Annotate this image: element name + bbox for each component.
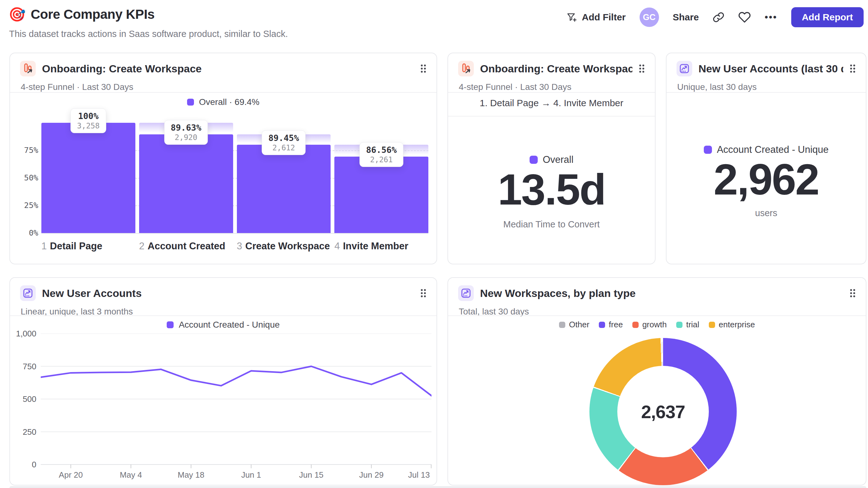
- x-tick-label: May 18: [178, 470, 204, 480]
- funnel-value-tooltip: 86.56%2,261: [360, 142, 403, 167]
- step-name: Create Workspace: [245, 240, 330, 252]
- funnel-legend[interactable]: Overall · 69.4%: [10, 97, 436, 107]
- x-tick-label: May 4: [120, 470, 142, 480]
- x-axis-line: [41, 233, 428, 234]
- legend-label: enterprise: [719, 320, 755, 329]
- insights-report-icon: [458, 285, 474, 301]
- y-tick-label: 500: [14, 394, 36, 404]
- donut-chart[interactable]: 2,637: [589, 338, 737, 485]
- line-chart-svg: [41, 333, 432, 469]
- y-tick-label: 750: [14, 362, 36, 371]
- funnel-bar-detail-page[interactable]: [41, 123, 135, 233]
- copy-link-icon[interactable]: [713, 11, 724, 23]
- step-number: 3: [237, 240, 242, 252]
- legend-item-growth[interactable]: growth: [632, 320, 667, 329]
- step-name: Detail Page: [50, 240, 102, 252]
- favorite-heart-icon[interactable]: [738, 11, 751, 24]
- funnel-plot: 100%3,25889.63%2,92089.45%2,61286.56%2,2…: [41, 123, 428, 233]
- step-name: Account Created: [148, 240, 225, 252]
- funnel-value-tooltip: 89.63%2,920: [164, 120, 208, 145]
- legend-label: free: [609, 320, 623, 329]
- metric-caption: Median Time to Convert: [503, 219, 600, 230]
- card-subtitle: 4-step Funnel · Last 30 Days: [459, 82, 571, 92]
- card-subtitle: Unique, last 30 days: [677, 82, 757, 92]
- trend-line[interactable]: [41, 366, 432, 396]
- legend-item-other[interactable]: Other: [559, 320, 589, 329]
- legend-swatch: [599, 322, 605, 328]
- legend-swatch: [559, 322, 565, 328]
- divider: [448, 316, 866, 316]
- page-subtitle: This dataset tracks actions in Saas soft…: [9, 29, 288, 39]
- funnel-bar-account-created[interactable]: [139, 134, 233, 233]
- funnel-step-label: 1Detail Page: [41, 240, 102, 252]
- y-tick-label: 0%: [18, 228, 38, 237]
- funnel-step-label: 2Account Created: [139, 240, 225, 252]
- step-number: 4: [334, 240, 340, 252]
- line-plot: [41, 333, 432, 464]
- legend-swatch: [704, 145, 712, 154]
- funnel-value-tooltip: 89.45%2,612: [262, 130, 306, 155]
- y-tick-label: 50%: [18, 173, 38, 182]
- conversion-count: 3,258: [77, 122, 100, 130]
- conversion-pct: 89.45%: [269, 133, 299, 143]
- metric-legend[interactable]: Account Created - Unique: [704, 144, 829, 155]
- y-tick-label: 250: [14, 427, 36, 437]
- insights-report-icon: [677, 61, 692, 76]
- drag-handle-icon[interactable]: [639, 63, 645, 74]
- conversion-count: 2,920: [171, 133, 202, 142]
- drag-handle-icon[interactable]: [420, 63, 427, 74]
- step-number: 2: [139, 240, 145, 252]
- metric-legend[interactable]: Overall: [530, 154, 574, 165]
- filter-plus-icon: [566, 11, 578, 23]
- x-tick-label: Jun 15: [299, 470, 323, 480]
- divider: [666, 92, 866, 93]
- add-report-button[interactable]: Add Report: [791, 7, 864, 27]
- share-button[interactable]: Share: [673, 12, 699, 23]
- x-tick-label: Jun 1: [241, 470, 261, 480]
- divider: [448, 92, 655, 93]
- y-tick-label: 1,000: [14, 329, 36, 338]
- legend-item-free[interactable]: free: [599, 320, 623, 329]
- conversion-pct: 86.56%: [366, 145, 397, 155]
- divider: [10, 92, 436, 93]
- add-filter-button[interactable]: Add Filter: [566, 11, 626, 23]
- divider: [10, 316, 436, 316]
- divider: [448, 116, 655, 117]
- legend-item-enterprise[interactable]: enterprise: [709, 320, 755, 329]
- workspaces-by-plan-card: New Workspaces, by plan type Total, last…: [447, 277, 866, 486]
- step-name: Invite Member: [343, 240, 408, 252]
- drag-handle-icon[interactable]: [420, 288, 427, 298]
- y-tick-label: 0: [14, 460, 36, 469]
- conversion-pct: 89.63%: [171, 123, 202, 132]
- more-options-button[interactable]: •••: [765, 12, 777, 23]
- legend-item-trial[interactable]: trial: [676, 320, 700, 329]
- legend-swatch: [709, 322, 715, 328]
- funnel-range-label: 1. Detail Page → 4. Invite Member: [448, 98, 655, 108]
- page-title: Core Company KPIs: [31, 7, 154, 22]
- conversion-count: 2,612: [269, 143, 299, 152]
- funnel-bar-invite-member[interactable]: [334, 157, 428, 233]
- dashboard-emoji-icon: 🎯: [8, 7, 26, 21]
- funnel-value-tooltip: 100%3,258: [70, 108, 106, 133]
- funnel-bar-create-workspace[interactable]: [237, 145, 331, 233]
- legend-swatch: [187, 99, 194, 105]
- drag-handle-icon[interactable]: [849, 288, 856, 298]
- conversion-count: 2,261: [366, 155, 397, 164]
- line-legend[interactable]: Account Created - Unique: [10, 320, 436, 330]
- funnel-report-icon: [458, 61, 474, 76]
- card-subtitle: 4-step Funnel · Last 30 Days: [21, 82, 133, 92]
- y-tick-label: 25%: [18, 201, 38, 210]
- funnel-step-label: 3Create Workspace: [237, 240, 330, 252]
- unique-users-value: 2,962: [714, 155, 818, 204]
- user-avatar[interactable]: GC: [640, 7, 659, 27]
- metric-caption: users: [755, 208, 777, 218]
- card-title: Onboarding: Create Workspace: [42, 63, 414, 75]
- insights-report-icon: [20, 285, 36, 301]
- card-title: New Workspaces, by plan type: [480, 287, 843, 299]
- legend-swatch: [632, 322, 639, 328]
- step-number: 1: [41, 240, 47, 252]
- drag-handle-icon[interactable]: [849, 63, 856, 74]
- median-time-value: 13.5d: [498, 165, 606, 214]
- new-user-accounts-trend-card: New User Accounts Linear, unique, last 3…: [9, 277, 437, 486]
- legend-label: Other: [569, 320, 589, 329]
